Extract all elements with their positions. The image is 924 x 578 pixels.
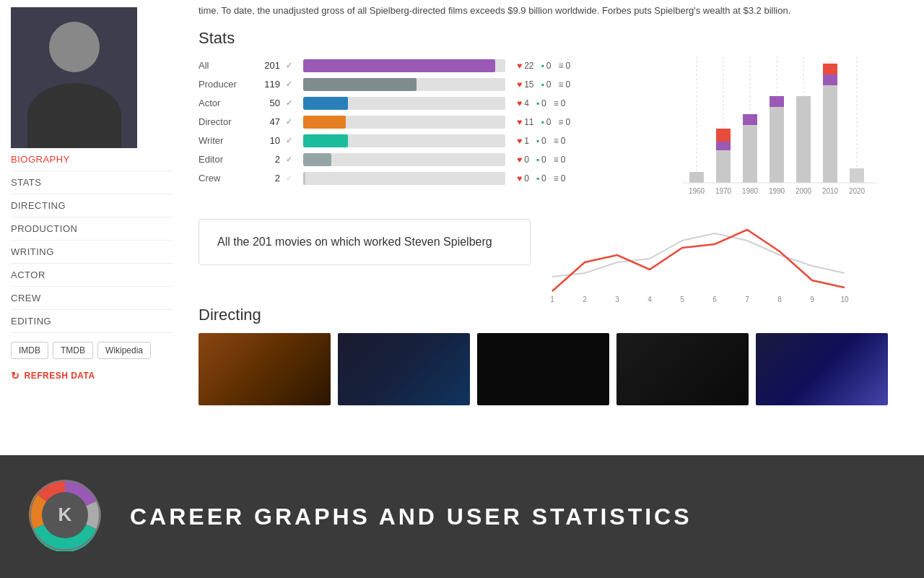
main-content: time. To date, the unadjusted gross of a… xyxy=(184,0,924,455)
stat-count-director: 47 xyxy=(255,116,280,127)
stat-count-actor: 50 xyxy=(255,98,280,108)
sidebar-item-crew[interactable]: CREW xyxy=(11,287,173,310)
stat-lists-actor: ≡ 0 xyxy=(554,98,566,108)
stat-row-producer: Producer 119 ✓ ♥ 15 ▪ 0 ≡ 0 xyxy=(199,75,668,94)
svg-rect-11 xyxy=(743,125,757,183)
movie-thumb-5[interactable] xyxy=(756,333,888,405)
stat-count-all: 201 xyxy=(255,60,280,71)
svg-rect-15 xyxy=(796,96,811,183)
tmdb-button[interactable]: TMDB xyxy=(53,342,93,359)
stat-hearts-all: ♥ 22 xyxy=(517,61,533,71)
stat-check-actor: ✓ xyxy=(286,98,297,108)
imdb-button[interactable]: IMDB xyxy=(11,342,48,359)
stat-cameras-crew: ▪ 0 xyxy=(536,173,546,184)
svg-text:1990: 1990 xyxy=(769,187,785,195)
stat-row-director: Director 47 ✓ ♥ 11 ▪ 0 ≡ 0 xyxy=(199,113,668,131)
footer-title: CAREER GRAPHS AND USER STATISTICS xyxy=(130,504,692,530)
stat-bar-writer xyxy=(303,134,348,147)
stat-label-editor: Editor xyxy=(199,154,249,165)
stat-hearts-director: ♥ 11 xyxy=(517,117,533,127)
refresh-button[interactable]: ↻ REFRESH DATA xyxy=(11,370,173,381)
svg-rect-7 xyxy=(689,172,704,183)
stat-lists-director: ≡ 0 xyxy=(558,117,570,127)
stat-label-writer: Writer xyxy=(199,135,249,146)
stat-count-editor: 2 xyxy=(255,154,280,165)
sidebar-item-actor[interactable]: ACTOR xyxy=(11,264,173,287)
sidebar-item-directing[interactable]: DIRECTING xyxy=(11,194,173,217)
stat-row-crew: Crew 2 ✓ ♥ 0 ▪ 0 ≡ 0 xyxy=(199,169,668,188)
external-links: IMDB TMDB Wikipedia xyxy=(11,342,173,359)
footer-logo: K xyxy=(29,479,101,554)
stat-cameras-writer: ▪ 0 xyxy=(536,136,546,146)
stat-check-all: ✓ xyxy=(286,61,297,70)
stat-bar-container-editor xyxy=(303,153,505,166)
sidebar-item-production[interactable]: PRODUCTION xyxy=(11,217,173,241)
svg-text:1: 1 xyxy=(550,296,554,303)
stat-check-producer: ✓ xyxy=(286,79,297,89)
wikipedia-button[interactable]: Wikipedia xyxy=(97,342,151,359)
stat-cameras-editor: ▪ 0 xyxy=(536,155,546,165)
stat-count-crew: 2 xyxy=(255,173,280,184)
svg-rect-18 xyxy=(823,64,837,74)
stat-label-actor: Actor xyxy=(199,98,249,108)
svg-text:1980: 1980 xyxy=(742,187,759,195)
stat-hearts-crew: ♥ 0 xyxy=(517,173,529,184)
movie-thumb-1[interactable] xyxy=(199,333,331,405)
stat-bar-actor xyxy=(303,97,348,110)
bar-chart: 1960 1970 1980 1990 2000 2010 2020 xyxy=(682,56,877,208)
stat-check-director: ✓ xyxy=(286,117,297,126)
svg-text:10: 10 xyxy=(840,296,849,303)
svg-text:6: 6 xyxy=(712,296,717,303)
stat-row-editor: Editor 2 ✓ ♥ 0 ▪ 0 ≡ 0 xyxy=(199,150,668,169)
movie-thumb-4[interactable] xyxy=(616,333,749,405)
stat-label-all: All xyxy=(199,60,249,71)
stat-hearts-actor: ♥ 4 xyxy=(517,98,529,108)
sidebar-item-editing[interactable]: EDITING xyxy=(11,310,173,333)
svg-text:2: 2 xyxy=(583,296,587,303)
movie-thumb-2[interactable] xyxy=(338,333,470,405)
stat-label-director: Director xyxy=(199,116,249,127)
stat-lists-crew: ≡ 0 xyxy=(554,173,566,184)
info-box-title: All the 201 movies on which worked Steve… xyxy=(217,234,512,250)
stat-check-crew: ✓ xyxy=(286,173,297,183)
stat-cameras-all: ▪ 0 xyxy=(541,61,551,71)
svg-rect-14 xyxy=(770,96,784,107)
sidebar-item-stats[interactable]: STATS xyxy=(11,171,173,194)
stat-meta-writer: ♥ 1 ▪ 0 ≡ 0 xyxy=(517,136,565,146)
stats-title: Stats xyxy=(199,29,910,48)
stats-section: All 201 ✓ ♥ 22 ▪ 0 ≡ 0 Producer 119 xyxy=(199,56,910,208)
stat-count-producer: 119 xyxy=(255,79,280,90)
svg-text:1960: 1960 xyxy=(689,187,705,195)
movie-thumb-3[interactable] xyxy=(477,333,609,405)
stat-hearts-editor: ♥ 0 xyxy=(517,155,529,165)
svg-rect-16 xyxy=(823,85,837,183)
stat-meta-all: ♥ 22 ▪ 0 ≡ 0 xyxy=(517,61,570,71)
stat-hearts-writer: ♥ 1 xyxy=(517,136,529,146)
person-photo xyxy=(11,7,137,148)
sidebar-item-writing[interactable]: WRITING xyxy=(11,241,173,264)
svg-rect-8 xyxy=(716,150,731,183)
stat-check-editor: ✓ xyxy=(286,155,297,164)
line-chart: 1 2 3 4 5 6 7 8 9 10 xyxy=(545,219,855,306)
stat-bar-container-writer xyxy=(303,134,505,147)
info-and-chart-row: All the 201 movies on which worked Steve… xyxy=(199,219,910,306)
stat-cameras-director: ▪ 0 xyxy=(541,117,551,127)
sidebar-nav: BIOGRAPHY STATS DIRECTING PRODUCTION WRI… xyxy=(11,148,173,333)
movie-grid xyxy=(199,333,910,405)
svg-text:5: 5 xyxy=(680,296,684,303)
stat-check-writer: ✓ xyxy=(286,136,297,145)
svg-rect-12 xyxy=(743,114,757,125)
svg-text:K: K xyxy=(58,504,72,525)
stat-label-producer: Producer xyxy=(199,79,249,90)
svg-text:4: 4 xyxy=(648,296,652,303)
stat-bar-container-director xyxy=(303,116,505,129)
stat-meta-editor: ♥ 0 ▪ 0 ≡ 0 xyxy=(517,155,565,165)
sidebar-item-biography[interactable]: BIOGRAPHY xyxy=(11,148,173,171)
bio-text: time. To date, the unadjusted gross of a… xyxy=(199,0,910,18)
stat-bar-producer xyxy=(303,78,417,91)
stat-lists-writer: ≡ 0 xyxy=(554,136,566,146)
svg-text:8: 8 xyxy=(777,296,782,303)
refresh-label: REFRESH DATA xyxy=(25,371,95,381)
footer: K CAREER GRAPHS AND USER STATISTICS xyxy=(0,455,924,578)
svg-rect-10 xyxy=(716,129,731,142)
